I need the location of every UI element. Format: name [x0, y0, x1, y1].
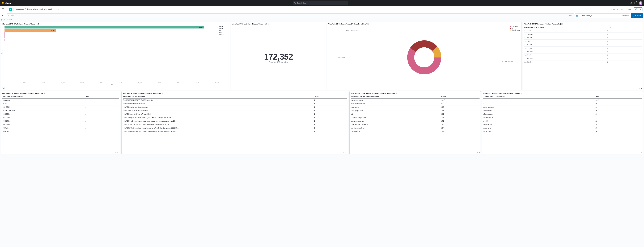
column-header[interactable]: Count: [84, 95, 119, 99]
column-header[interactable]: Count: [314, 95, 347, 99]
table-row[interactable]: /viewpre.asp124: [483, 123, 642, 126]
legend-item[interactable]: http⋮: [219, 26, 229, 27]
prev-page-icon[interactable]: ‹: [115, 151, 116, 153]
info-icon[interactable]: i: [522, 93, 523, 94]
table-row[interactable]: http://000201nets.cloudaccess.host/1: [122, 109, 347, 112]
next-page-icon[interactable]: ›: [347, 151, 347, 153]
table-row[interactable]: accounts.google.com231: [350, 116, 480, 119]
table-row[interactable]: /index.php106: [483, 130, 642, 133]
table-row[interactable]: vpn.premrera.com179: [350, 119, 480, 123]
bar[interactable]: [4, 35, 219, 38]
table-row[interactable]: 1.0.234.1061: [524, 36, 642, 40]
table-row[interactable]: 03-09-2020.online1: [2, 109, 119, 112]
legend-item[interactable]: ipv4-addr: [510, 26, 520, 27]
clone-link[interactable]: Clone: [627, 8, 631, 10]
column-header[interactable]: AlienVault OTX URL Indicator ⌄: [122, 95, 314, 99]
table-row[interactable]: 1.1.231.1691: [524, 57, 642, 61]
table-row[interactable]: 12,170: [483, 99, 642, 102]
table-row[interactable]: cosmoia.com143: [350, 130, 480, 133]
table-row[interactable]: saborzuliano.com1,087: [350, 99, 480, 102]
space-selector[interactable]: D: [9, 8, 12, 11]
next-page-icon[interactable]: ›: [641, 151, 642, 153]
bar[interactable]: [4, 39, 219, 41]
table-row[interactable]: 1.1.219.301: [524, 47, 642, 50]
table-row[interactable]: 01.zip1: [2, 102, 119, 105]
next-page-icon[interactable]: ›: [641, 87, 642, 89]
table-row[interactable]: http://000hejn.wcomhost.com/PL/signin/82…: [122, 116, 347, 119]
column-header[interactable]: AlienVault OTX URI Indicator ⌄: [483, 95, 594, 99]
user-avatar[interactable]: [639, 1, 642, 5]
table-row[interactable]: 086267.icu1: [2, 123, 119, 126]
table-row[interactable]: 0134953.live1: [2, 105, 119, 109]
legend-item[interactable]: https⋮: [219, 28, 229, 29]
bar[interactable]: [4, 32, 219, 35]
table-row[interactable]: /signin.php118: [483, 126, 642, 130]
filter-options-button[interactable]: ⌄: [1, 14, 6, 17]
edit-button[interactable]: Edit: [634, 8, 642, 11]
info-icon[interactable]: i: [396, 93, 397, 94]
table-row[interactable]: m-fb.iteem-9137523.com166: [350, 123, 480, 126]
query-lang-label[interactable]: KQL: [568, 15, 573, 17]
table-row[interactable]: 1.1.232.2401: [524, 61, 642, 64]
nav-toggle-icon[interactable]: [2, 7, 5, 11]
info-icon[interactable]: i: [367, 23, 369, 25]
prev-page-icon[interactable]: ‹: [343, 151, 344, 153]
refresh-button[interactable]: Refresh: [631, 14, 643, 18]
table-row[interactable]: www.polarroute.com800: [350, 102, 480, 105]
breadcrumb-root[interactable]: Dashboard: [16, 8, 24, 10]
info-icon[interactable]: i: [268, 23, 270, 25]
table-row[interactable]: 0h8yo.icu1: [2, 130, 119, 133]
table-row[interactable]: 1.1.224.2201: [524, 50, 642, 54]
prev-page-icon[interactable]: ‹: [476, 151, 476, 153]
prev-page-icon[interactable]: ‹: [638, 151, 638, 153]
table-row[interactable]: http://002700.sicherheitssl-now.gdn/sign…: [122, 126, 347, 130]
table-row[interactable]: 1.1.213.1951: [524, 43, 642, 47]
newsfeed-icon[interactable]: [634, 2, 636, 4]
query-input[interactable]: Search KQL: [7, 14, 574, 18]
info-icon[interactable]: i: [561, 23, 563, 25]
next-page-icon[interactable]: ›: [479, 151, 480, 153]
table-row[interactable]: 038726.icu1: [2, 116, 119, 119]
legend-item[interactable]: url: [510, 28, 520, 29]
info-icon[interactable]: i: [44, 93, 45, 94]
help-icon[interactable]: [630, 2, 632, 4]
add-filter-icon[interactable]: +: [1, 19, 3, 21]
table-row[interactable]: tempuri.org699: [350, 105, 480, 109]
table-row[interactable]: 030930.icu1: [2, 112, 119, 116]
fullscreen-link[interactable]: Full screen: [610, 8, 618, 10]
table-row[interactable]: /vkvjp3131: [483, 119, 642, 123]
column-header[interactable]: AlienVault OTX URL Domain Indicator ⌄: [350, 95, 441, 99]
column-header[interactable]: Count: [441, 95, 480, 99]
share-link[interactable]: Share: [620, 8, 624, 10]
table-row[interactable]: ftp://188.128.111.33/IPTV/TV1324/view.ht…: [122, 99, 347, 102]
legend-item[interactable]: domain-name: [510, 29, 520, 31]
info-icon[interactable]: i: [162, 93, 163, 94]
table-row[interactable]: /ServiceLogin180: [483, 112, 642, 116]
table-row[interactable]: /nonceSigner226: [483, 109, 642, 112]
table-row[interactable]: 1.1.224.2211: [524, 54, 642, 57]
table-row[interactable]: http://abuse@powweb-inc.com/1: [122, 102, 347, 105]
table-row[interactable]: /impression.do/151: [483, 116, 642, 119]
bar[interactable]: 13,140: [4, 29, 219, 32]
table-row[interactable]: /5,317: [483, 102, 642, 105]
table-row[interactable]: /newimage.asp876: [483, 105, 642, 109]
table-row[interactable]: 00zyku.com1: [2, 99, 119, 102]
date-range-text[interactable]: Last 30 days: [581, 15, 619, 17]
add-filter-link[interactable]: + Add filter: [4, 19, 12, 21]
column-header[interactable]: AlienVault OTX IP Indicator ⌄: [2, 95, 84, 99]
column-header[interactable]: AlienVault OTX IP Indicator ⌄: [524, 26, 606, 29]
column-header[interactable]: Count: [606, 26, 642, 29]
table-row[interactable]: imp.fusioninstall.com154: [350, 126, 480, 130]
table-row[interactable]: bit.ly331: [350, 112, 480, 116]
table-row[interactable]: 0a97o.icu1: [2, 126, 119, 130]
info-icon[interactable]: i: [40, 23, 41, 25]
legend-toggle-icon[interactable]: ≡: [2, 87, 4, 89]
column-header[interactable]: Count: [594, 95, 642, 99]
table-row[interactable]: http://0012migration478510owa247office36…: [122, 123, 347, 126]
legend-item[interactable]: ftp⋮: [219, 30, 229, 31]
next-page-icon[interactable]: ›: [119, 151, 119, 153]
global-search[interactable]: Search Elastic: [293, 1, 348, 5]
table-row[interactable]: 1.1.165.271: [524, 40, 642, 43]
table-row[interactable]: http://00alertmessage0085324234.000webho…: [122, 130, 347, 133]
logo-area[interactable]: elastic: [2, 2, 11, 5]
